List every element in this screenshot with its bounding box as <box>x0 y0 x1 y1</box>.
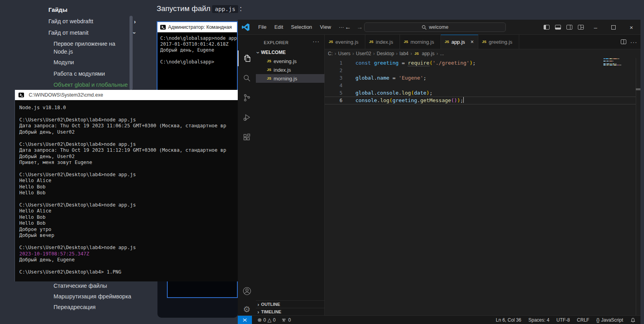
sidebar-group[interactable]: Гайд от metanit› <box>48 30 136 36</box>
encoding[interactable]: UTF-8 <box>557 317 570 323</box>
tab-app.js[interactable]: JSapp.js× <box>441 35 478 49</box>
minimap-token <box>614 65 617 65</box>
chevron-right-icon: › <box>351 51 355 56</box>
token: './greeting' <box>433 60 470 66</box>
menu-item-2[interactable]: Selection <box>287 22 316 32</box>
explorer-icon[interactable] <box>238 50 256 66</box>
command-center-search[interactable]: welcome <box>364 22 506 32</box>
language-mode[interactable]: {} JavaScript <box>596 317 623 323</box>
close-icon[interactable]: × <box>470 39 474 45</box>
settings-gear-icon[interactable]: ⚙ <box>238 301 256 317</box>
code-line <box>355 82 476 89</box>
chevron-right-icon: › <box>409 51 413 56</box>
tab-greeting.js[interactable]: JSgreeting.js <box>478 35 519 49</box>
breadcrumb-item[interactable]: C: <box>327 51 333 56</box>
remote-indicator[interactable] <box>238 316 252 324</box>
explorer-sidebar: EXPLORER ··· › WELCOME JSevening.jsJSind… <box>256 35 325 315</box>
account-icon[interactable] <box>238 283 256 299</box>
menu-item-1[interactable]: Edit <box>270 22 287 32</box>
chevron-right-icon: › <box>395 51 399 56</box>
menu-item-3[interactable]: View <box>316 22 335 32</box>
breadcrumb-item[interactable]: lab4 <box>399 51 409 56</box>
token: log <box>380 97 389 103</box>
tab-morning.js[interactable]: JSmorning.js <box>400 35 441 49</box>
breadcrumb-item[interactable]: Users <box>337 51 351 56</box>
vscode-titlebar[interactable]: FileEditSelectionView··· ← → welcome – × <box>238 20 640 35</box>
screenshot-console-body: C:\node\globalsapp>node app 2017-01-03T1… <box>157 32 237 65</box>
split-editor-icon[interactable] <box>621 39 626 44</box>
ports-status[interactable]: 0 <box>281 317 291 323</box>
tabbar-actions: ··· <box>621 35 637 49</box>
cmd-titlebar[interactable]: C:\WINDOWS\System32\cmd.exe <box>15 90 238 100</box>
js-file-icon: JS <box>482 40 487 44</box>
source-control-icon[interactable] <box>238 90 256 106</box>
token: ) <box>457 97 460 103</box>
console-line <box>19 135 238 141</box>
overview-ruler[interactable] <box>636 58 640 315</box>
extensions-icon[interactable] <box>238 129 256 145</box>
notifications-bell[interactable] <box>630 317 636 323</box>
console-line: Hello Alice <box>19 178 238 184</box>
line-number-gutter: 123456 <box>325 59 342 104</box>
file-index.js[interactable]: JSindex.js <box>256 65 324 74</box>
sidebar-item[interactable]: Работа с модулями <box>54 70 126 78</box>
token: log <box>402 90 411 96</box>
chevron-right-icon: › <box>134 18 136 25</box>
toggle-secondary-sidebar-icon[interactable] <box>566 25 572 30</box>
close-button[interactable]: × <box>625 24 637 31</box>
more-actions-icon[interactable]: ··· <box>630 39 637 45</box>
explorer-actions-icon[interactable]: ··· <box>313 38 320 45</box>
maximize-button[interactable] <box>611 25 616 30</box>
sidebar-item[interactable]: Маршрутизация фреймворка <box>54 293 148 300</box>
minimap-line <box>603 65 622 66</box>
section-label: TIMELINE <box>261 309 281 314</box>
token: greeting <box>392 97 417 103</box>
token: ( <box>389 97 392 103</box>
file-evening.js[interactable]: JSevening.js <box>256 57 324 65</box>
code-editor[interactable]: 123456 const greeting = require('./greet… <box>325 58 640 315</box>
minimize-button[interactable]: – <box>590 24 601 31</box>
breadcrumb-item[interactable]: ... <box>439 51 445 56</box>
back-arrow-icon[interactable]: ← <box>345 24 351 31</box>
minimap-token <box>610 65 612 65</box>
breadcrumb-item[interactable]: User02 <box>355 51 372 56</box>
sidebar-group-label: Гайд от webdraftt <box>48 18 93 25</box>
forward-arrow-icon[interactable]: → <box>357 24 363 31</box>
console-line: Добрый день, User02 <box>19 154 238 160</box>
js-file-icon: JS <box>267 68 271 72</box>
console-line <box>19 166 238 171</box>
indentation[interactable]: Spaces: 4 <box>528 317 549 323</box>
eol-sequence[interactable]: CRLF <box>577 317 589 323</box>
cursor-position-marker <box>636 88 640 90</box>
minimap-token <box>606 58 608 59</box>
js-file-icon: JS <box>267 59 271 63</box>
minimap[interactable] <box>603 58 622 66</box>
page-scrollbar[interactable] <box>130 16 133 90</box>
sidebar-item[interactable]: Первое приложение на Node.js <box>54 40 124 56</box>
token: const <box>355 60 374 66</box>
section-timeline[interactable]: › TIMELINE <box>256 308 324 315</box>
toggle-sidebar-icon[interactable] <box>544 25 550 30</box>
customize-layout-icon[interactable] <box>578 25 584 30</box>
run-debug-icon[interactable] <box>238 110 256 125</box>
toggle-panel-icon[interactable] <box>555 25 561 30</box>
minimap-token <box>607 63 609 64</box>
cursor-position[interactable]: Ln 6, Col 36 <box>496 317 522 323</box>
error-icon: ⊗ <box>257 317 262 323</box>
tab-index.js[interactable]: JSindex.js <box>365 35 400 49</box>
tab-evening.js[interactable]: JSevening.js <box>325 35 365 49</box>
file-morning.js[interactable]: JSmorning.js <box>256 74 324 83</box>
sidebar-item[interactable]: Модули <box>54 58 126 66</box>
sidebar-item[interactable]: Переадресация <box>54 304 148 310</box>
problems-status[interactable]: ⊗ 0 △ 0 <box>257 317 276 323</box>
minimap-token <box>613 65 613 65</box>
menu-item-0[interactable]: File <box>254 22 270 32</box>
section-outline[interactable]: › OUTLINE <box>256 300 324 308</box>
sidebar-item[interactable]: Статические файлы <box>54 283 148 289</box>
search-icon[interactable] <box>238 70 256 86</box>
breadcrumb-item[interactable]: Desktop <box>376 51 395 56</box>
cmd-window[interactable]: C:\WINDOWS\System32\cmd.exe Node.js v18.… <box>15 90 238 281</box>
folder-welcome[interactable]: › WELCOME <box>256 48 324 57</box>
sidebar-group[interactable]: Гайд от webdraftt› <box>48 18 136 25</box>
breadcrumb-item[interactable]: app.js <box>421 51 435 56</box>
